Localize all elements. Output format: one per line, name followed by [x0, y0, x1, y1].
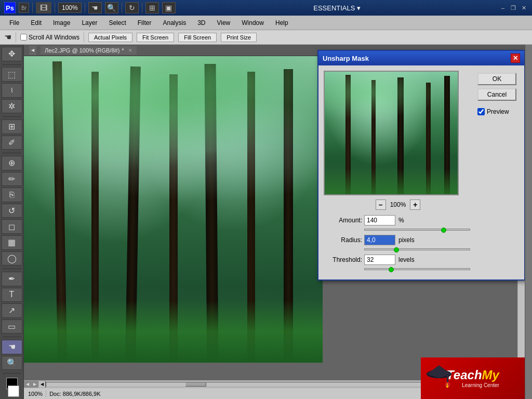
- layout2-icon[interactable]: ▣: [162, 2, 176, 14]
- rotate-icon[interactable]: ↻: [125, 2, 139, 14]
- essentials-dropdown-icon[interactable]: ▾: [357, 4, 361, 12]
- nav-arrow-left[interactable]: ◀: [24, 381, 31, 388]
- radius-slider-thumb[interactable]: [394, 247, 399, 252]
- move-tool[interactable]: ✥: [2, 47, 22, 61]
- gradient-tool[interactable]: ▦: [2, 235, 22, 250]
- essentials-label: ESSENTIALS: [313, 4, 355, 12]
- menu-view[interactable]: View: [211, 18, 235, 28]
- menu-analysis[interactable]: Analysis: [157, 18, 191, 28]
- shape-tool[interactable]: ▭: [2, 320, 22, 334]
- background-color[interactable]: [8, 385, 19, 397]
- menu-file[interactable]: File: [4, 18, 24, 28]
- minimize-button[interactable]: –: [499, 4, 507, 12]
- path-selection-tool[interactable]: ↗: [2, 303, 22, 318]
- amount-unit: %: [398, 217, 404, 224]
- menu-edit[interactable]: Edit: [25, 18, 47, 28]
- canvas-filename: Лес2.JPG @ 100% (RGB/8#): [45, 47, 119, 54]
- eyedropper-tool[interactable]: ✐: [2, 136, 22, 150]
- dialog-titlebar: Unsharp Mask ✕: [318, 51, 524, 65]
- menu-layer[interactable]: Layer: [76, 18, 102, 28]
- statusbar: 100% Doc: 886,9K/886,9K: [24, 388, 525, 399]
- film-icon[interactable]: 🎞: [36, 2, 51, 14]
- threshold-slider-thumb[interactable]: [389, 267, 394, 272]
- br-icon[interactable]: Br: [19, 3, 29, 13]
- lasso-tool[interactable]: ⌇: [2, 83, 22, 98]
- zoom-controls: – 100% +: [324, 200, 472, 210]
- type-tool[interactable]: T: [2, 288, 22, 302]
- restore-button[interactable]: ❐: [509, 4, 517, 12]
- menu-image[interactable]: Image: [48, 18, 75, 28]
- amount-slider-track[interactable]: [364, 229, 470, 231]
- statusbar-doc-label: Doc:: [49, 391, 61, 397]
- menu-window[interactable]: Window: [236, 18, 269, 28]
- threshold-input[interactable]: [364, 255, 395, 265]
- fit-screen-button[interactable]: Fit Screen: [137, 33, 174, 42]
- clone-stamp-tool[interactable]: ⎘: [2, 188, 22, 202]
- ps-icon: Ps: [4, 2, 16, 14]
- cancel-button[interactable]: Cancel: [477, 88, 516, 101]
- scroll-down-arrow[interactable]: ▼: [518, 373, 525, 380]
- layout-icon[interactable]: ⊞: [145, 2, 159, 14]
- threshold-unit: levels: [398, 256, 415, 263]
- amount-label: Amount:: [326, 217, 362, 224]
- crop-tool[interactable]: ⊞: [2, 119, 22, 134]
- radius-input[interactable]: [364, 235, 395, 245]
- radius-row: Radius: pixels: [326, 235, 470, 245]
- canvas-tab-item[interactable]: Лес2.JPG @ 100% (RGB/8#) * ✕: [41, 46, 137, 55]
- dodge-tool[interactable]: ◯: [2, 251, 22, 266]
- brush-tool[interactable]: ✏: [2, 172, 22, 187]
- preview-label: Preview: [487, 108, 509, 115]
- menu-filter[interactable]: Filter: [132, 18, 157, 28]
- history-brush-tool[interactable]: ↺: [2, 204, 22, 218]
- titlebar: Ps Br 🎞 100% ☚ 🔍 ↻ ⊞ ▣ ESSENTIALS ▾ – ❐ …: [0, 0, 532, 16]
- ok-button[interactable]: OK: [477, 73, 516, 85]
- canvas-close-icon[interactable]: ✕: [128, 48, 132, 53]
- hand-tool[interactable]: ☚: [2, 340, 22, 354]
- zoom-in-button[interactable]: +: [410, 200, 420, 210]
- scroll-left-arrow[interactable]: ◀: [38, 381, 46, 388]
- titlebar-left: Ps Br 🎞 100% ☚ 🔍 ↻ ⊞ ▣: [4, 2, 176, 14]
- menu-3d[interactable]: 3D: [192, 18, 210, 28]
- amount-row: Amount: %: [326, 215, 470, 225]
- preview-checkbox[interactable]: [477, 108, 485, 115]
- pen-tool[interactable]: ✒: [2, 272, 22, 286]
- dialog-body: – 100% + Amount: %: [318, 65, 524, 280]
- zoom-out-button[interactable]: –: [376, 200, 386, 210]
- zoom-nav-icon[interactable]: 🔍: [105, 2, 118, 14]
- close-button[interactable]: ✕: [520, 4, 528, 12]
- rectangle-select-tool[interactable]: ⬚: [2, 67, 22, 82]
- statusbar-doc-size: 886,9K/886,9K: [63, 391, 101, 397]
- zoom-display[interactable]: 100%: [58, 3, 82, 13]
- preview-checkbox-area: Preview: [477, 108, 519, 115]
- eraser-tool[interactable]: ◻: [2, 219, 22, 234]
- scroll-right-arrow[interactable]: ▶: [510, 381, 517, 388]
- amount-input[interactable]: [364, 215, 395, 225]
- threshold-row: Threshold: levels: [326, 255, 470, 265]
- healing-brush-tool[interactable]: ⊕: [2, 156, 22, 170]
- dialog-close-button[interactable]: ✕: [511, 54, 520, 63]
- radius-slider-track[interactable]: [364, 248, 470, 250]
- dialog-content-left: – 100% + Amount: %: [324, 71, 472, 274]
- menu-help[interactable]: Help: [270, 18, 294, 28]
- preview-ground: [325, 168, 458, 194]
- scroll-all-windows-label: Scroll All Windows: [29, 34, 79, 41]
- print-size-button[interactable]: Print Size: [221, 33, 257, 42]
- hand-nav-icon[interactable]: ☚: [88, 2, 102, 14]
- actual-pixels-button[interactable]: Actual Pixels: [88, 33, 132, 42]
- hand-tool-icon: ☚: [4, 32, 11, 42]
- main-area: ✥ ⬚ ⌇ ✲ ⊞ ✐ ⊕ ✏ ⎘ ↺ ◻ ▦ ◯ ✒ T ↗ ▭ ☚ 🔍 ◀: [0, 45, 532, 399]
- magic-wand-tool[interactable]: ✲: [2, 99, 22, 114]
- threshold-slider-track[interactable]: [364, 268, 470, 270]
- fill-screen-button[interactable]: Fill Screen: [178, 33, 217, 42]
- forest-image: [24, 56, 323, 363]
- tab-scroll-left[interactable]: ◀: [29, 46, 36, 55]
- scroll-all-windows-checkbox[interactable]: [20, 34, 27, 41]
- horizontal-scrollbar[interactable]: ◀ ▶ ◀ ▶: [24, 380, 517, 388]
- menu-select[interactable]: Select: [103, 18, 131, 28]
- horizontal-scroll-thumb[interactable]: [185, 382, 206, 387]
- amount-slider-thumb[interactable]: [441, 228, 446, 233]
- zoom-tool[interactable]: 🔍: [2, 356, 22, 370]
- radius-unit: pixels: [398, 236, 415, 244]
- dialog-buttons: OK Cancel Preview: [477, 71, 519, 274]
- nav-arrow-right[interactable]: ▶: [31, 381, 38, 388]
